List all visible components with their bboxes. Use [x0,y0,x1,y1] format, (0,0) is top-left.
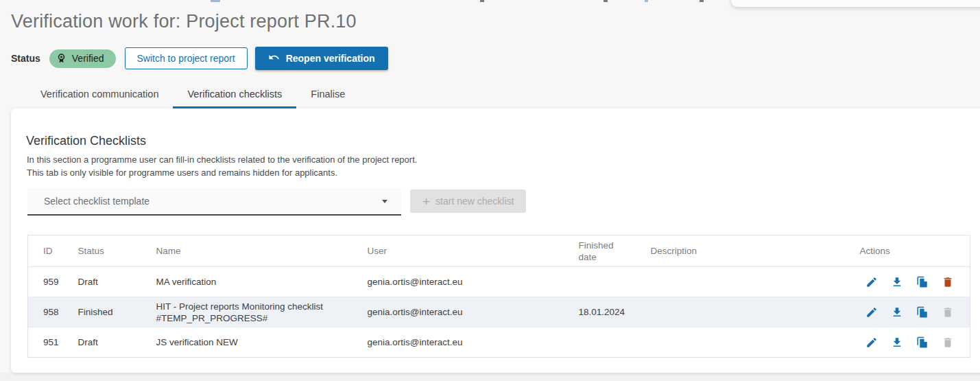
start-new-checklist-label: start new checklist [435,196,514,207]
status-badge: Verified [49,49,116,68]
delete-icon [942,306,954,319]
breadcrumb-fragment [700,0,704,2]
cell-status: Draft [78,267,156,297]
cell-status: Draft [78,327,156,358]
table-row: 959 Draft MA verification genia.ortis@in… [28,267,970,297]
row-actions [860,276,950,288]
column-header-user: User [368,235,579,267]
status-badge-label: Verified [72,53,104,64]
verification-work-page: Verification work for: Project report PR… [0,0,980,381]
status-row: Status Verified Switch to project report… [11,47,388,70]
verification-checklists-panel: Verification Checklists In this section … [11,108,980,373]
row-actions [860,306,950,319]
cell-description [651,327,860,358]
column-header-actions: Actions [860,235,970,267]
column-header-status: Status [78,235,156,267]
cell-user: genia.ortis@interact.eu [368,267,579,297]
copy-icon[interactable] [916,276,929,288]
cell-name: JS verification NEW [156,327,368,358]
page-bottom-strip [0,373,980,381]
download-icon[interactable] [891,336,903,349]
floating-panel-cutoff [731,0,980,7]
cell-name: HIT - Project reports Monitoring checkli… [156,297,368,327]
cell-finished-date [579,267,651,297]
copy-icon[interactable] [916,336,929,349]
section-description: In this section a programme user can fil… [27,154,417,179]
undo-icon [268,51,280,65]
column-header-finished-date: Finished date [579,235,651,267]
table-row: 951 Draft JS verification NEW genia.orti… [28,327,970,358]
copy-icon[interactable] [916,306,929,319]
cell-id: 959 [28,267,78,297]
status-label: Status [11,53,40,64]
cell-name: MA verification [156,267,368,297]
edit-icon[interactable] [865,336,878,349]
cell-status: Finished [78,297,156,327]
chevron-down-icon [382,200,387,203]
delete-icon [942,336,954,349]
award-icon [56,52,67,65]
tab-verification-checklists[interactable]: Verification checklists [173,81,296,108]
delete-icon[interactable] [942,276,954,288]
edit-icon[interactable] [865,276,878,288]
cell-finished-date: 18.01.2024 [579,297,651,327]
row-actions [860,336,950,349]
section-heading: Verification Checklists [26,134,146,148]
reopen-verification-button[interactable]: Reopen verification [255,47,388,70]
column-header-name: Name [156,235,368,267]
checklist-template-placeholder: Select checklist template [44,196,382,207]
cell-id: 951 [28,327,78,358]
breadcrumb-fragment [211,0,220,2]
checklists-table: ID Status Name User Finished date Descri… [27,235,970,358]
reopen-verification-label: Reopen verification [286,53,375,64]
cell-user: genia.ortis@interact.eu [368,297,579,327]
page-title: Verification work for: Project report PR… [11,11,357,32]
cell-description [651,297,860,327]
section-description-line-1: In this section a programme user can fil… [27,154,417,167]
tab-verification-communication[interactable]: Verification communication [26,81,173,108]
column-header-description: Description [651,235,860,267]
breadcrumb-fragment [480,0,484,2]
switch-to-project-report-button[interactable]: Switch to project report [125,47,248,69]
breadcrumb-fragment [645,0,648,2]
edit-icon[interactable] [865,306,878,319]
tab-bar: Verification communication Verification … [26,81,359,108]
section-description-line-2: This tab is only visible for programme u… [27,167,417,180]
table-row: 958 Finished HIT - Project reports Monit… [28,297,970,327]
download-icon[interactable] [891,276,903,288]
tab-finalise[interactable]: Finalise [296,81,359,108]
column-header-id: ID [28,235,78,267]
breadcrumb-fragment [603,0,608,2]
table-header-row: ID Status Name User Finished date Descri… [28,235,970,267]
download-icon[interactable] [891,306,903,319]
cell-description [651,267,860,297]
start-new-checklist-button[interactable]: + start new checklist [410,189,526,213]
cell-finished-date [579,327,651,358]
cell-id: 958 [28,297,78,327]
plus-icon: + [422,195,430,208]
cell-user: genia.ortis@interact.eu [368,327,579,358]
checklist-template-select[interactable]: Select checklist template [27,188,401,216]
